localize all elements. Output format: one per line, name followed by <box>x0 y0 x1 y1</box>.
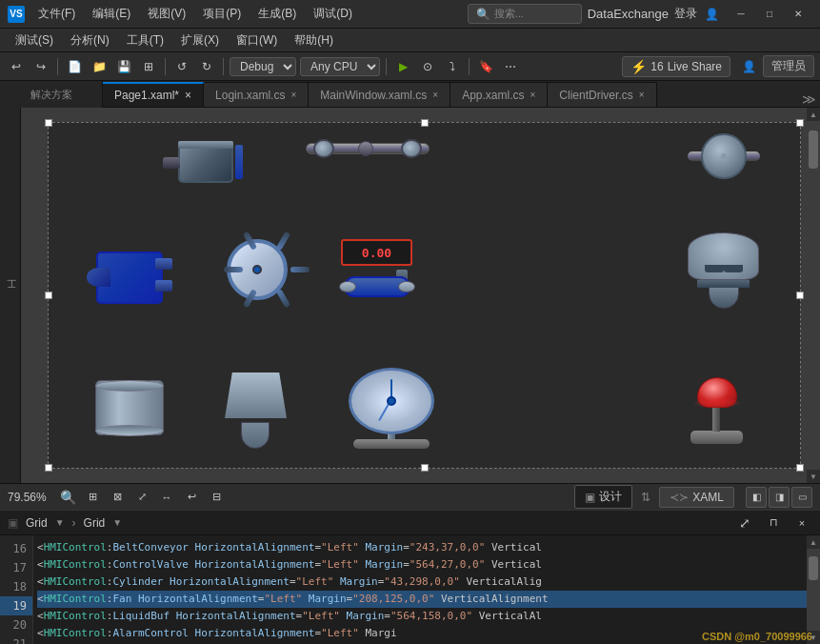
menu-project[interactable]: 项目(P) <box>195 4 249 24</box>
hmi-controlvalve[interactable] <box>306 132 430 166</box>
tabs-scroll[interactable]: ≫ <box>802 91 816 107</box>
handle-tr[interactable] <box>796 119 804 127</box>
handle-bottom[interactable] <box>421 464 429 472</box>
scrollbar-up[interactable]: ▲ <box>807 108 820 121</box>
split-toggle[interactable]: ⇅ <box>636 490 655 505</box>
fit-width-button[interactable]: ↔ <box>156 487 177 508</box>
code-panel-expand[interactable]: ⤢ <box>734 513 755 533</box>
toolbar-bookmark[interactable]: 🔖 <box>475 56 496 77</box>
zoom-100-button[interactable]: ⊟ <box>206 487 227 508</box>
search-box[interactable]: 🔍 搜索... <box>468 4 582 24</box>
code-scrollbar[interactable]: ▲ ▼ <box>807 535 820 644</box>
toolbar-breakpoint[interactable]: ⊙ <box>417 56 438 77</box>
hmi-flowmeter[interactable]: 0.00 <box>330 235 425 302</box>
toolbar-new[interactable]: 📄 <box>64 56 85 77</box>
panel-split[interactable]: ▭ <box>791 487 812 508</box>
cpu-target-dropdown[interactable]: Any CPU <box>300 57 380 76</box>
zoom-reset-button[interactable]: ↩ <box>181 487 202 508</box>
toolbar-save-all[interactable]: ⊞ <box>138 56 159 77</box>
menu-window[interactable]: 窗口(W) <box>229 30 285 50</box>
tab-clientdriver-cs[interactable]: ClientDriver.cs × <box>548 82 656 107</box>
toolbar-redo[interactable]: ↻ <box>196 56 217 77</box>
hmi-liquidbuf[interactable] <box>681 232 767 309</box>
hmi-alarmcontrol[interactable] <box>686 377 748 444</box>
minimize-button[interactable]: ─ <box>727 4 755 25</box>
handle-top[interactable] <box>421 119 429 127</box>
menu-file[interactable]: 文件(F) <box>30 4 83 24</box>
tab-app-cs[interactable]: App.xaml.cs × <box>450 82 548 107</box>
grid-view-button[interactable]: ⊞ <box>82 487 103 508</box>
toolbar-open[interactable]: 📁 <box>89 56 110 77</box>
tab-login-close[interactable]: × <box>290 90 296 100</box>
toolbar-step[interactable]: ⤵ <box>442 56 463 77</box>
menu-test[interactable]: 测试(S) <box>8 30 61 50</box>
sidebar-item-toolbox2[interactable]: 具 <box>0 293 2 297</box>
toolbar-save[interactable]: 💾 <box>113 56 134 77</box>
hmi-cone[interactable] <box>220 372 291 449</box>
hmi-rotaryvalve[interactable] <box>686 128 762 185</box>
debug-mode-dropdown[interactable]: Debug <box>230 57 296 76</box>
code-panel-close[interactable]: × <box>791 513 812 533</box>
menu-tools[interactable]: 工具(T) <box>119 30 171 50</box>
liveshare-button[interactable]: ⚡ 16 Live Share <box>622 56 730 77</box>
designer-canvas-area: 0.00 <box>21 108 820 483</box>
scrollbar-thumb[interactable] <box>809 131 818 169</box>
menu-build[interactable]: 生成(B) <box>250 4 304 24</box>
design-tab[interactable]: ▣ 设计 <box>574 485 632 509</box>
tab-mainwindow-cs[interactable]: MainWindow.xaml.cs × <box>309 82 450 107</box>
hmi-disk[interactable] <box>330 363 453 453</box>
menu-edit[interactable]: 编辑(E) <box>85 4 138 24</box>
menu-extensions[interactable]: 扩展(X) <box>173 30 227 50</box>
handle-br[interactable] <box>796 464 804 472</box>
hmi-pump[interactable] <box>87 247 172 309</box>
toolbar-back[interactable]: ↩ <box>6 56 27 77</box>
menu-view[interactable]: 视图(V) <box>140 4 193 24</box>
login-button[interactable]: 登录 <box>674 6 697 22</box>
close-button[interactable]: ✕ <box>784 4 812 25</box>
handle-tl[interactable] <box>45 119 52 127</box>
tab-login-cs[interactable]: Login.xaml.cs × <box>204 82 309 107</box>
hmi-fan[interactable] <box>225 237 290 302</box>
grid-view2-button[interactable]: ⊠ <box>107 487 128 508</box>
toolbar-profile[interactable]: 👤 <box>738 56 759 77</box>
scrollbar-track[interactable] <box>807 121 820 470</box>
toolbar-sep-2 <box>165 58 166 75</box>
code-panel-dock[interactable]: ⊓ <box>763 513 784 533</box>
code-editor: 16 17 18 19 20 21 <HMIControl:BeltConvey… <box>0 534 820 644</box>
toolbar-forward[interactable]: ↪ <box>30 56 51 77</box>
design-label: 设计 <box>599 489 622 505</box>
hmi-cylinder[interactable] <box>87 377 172 439</box>
code-scrollbar-thumb[interactable] <box>809 556 818 580</box>
hmi-beltconveyor[interactable] <box>163 137 249 190</box>
handle-bl[interactable] <box>45 464 52 472</box>
menu-analyze[interactable]: 分析(N) <box>63 30 117 50</box>
toolbar-sep-3 <box>223 58 224 75</box>
panel-right[interactable]: ◨ <box>769 487 790 508</box>
toolbar-more[interactable]: ⋯ <box>500 56 521 77</box>
maximize-button[interactable]: □ <box>755 4 784 25</box>
fit-button[interactable]: ⤢ <box>131 487 152 508</box>
menu-debug[interactable]: 调试(D) <box>306 4 360 24</box>
vertical-scrollbar[interactable]: ▲ ▼ <box>807 108 820 483</box>
handle-left[interactable] <box>45 292 52 299</box>
toolbar-start[interactable]: ▶ <box>392 56 413 77</box>
code-panel-collapse[interactable]: ▣ <box>8 516 18 530</box>
menu-help[interactable]: 帮助(H) <box>287 30 341 50</box>
code-scrollbar-track[interactable] <box>807 549 820 631</box>
toolbar-undo[interactable]: ↺ <box>171 56 192 77</box>
panel-left[interactable]: ◧ <box>746 487 767 508</box>
tab-clientdriver-close[interactable]: × <box>639 90 645 100</box>
admin-button[interactable]: 管理员 <box>763 55 814 77</box>
sidebar-item-toolbox[interactable]: 工 <box>3 293 20 297</box>
code-panel-header: ▣ Grid ▼ › Grid ▼ ⤢ ⊓ × <box>0 510 820 534</box>
zoom-in-button[interactable]: 🔍 <box>57 487 78 508</box>
scrollbar-down[interactable]: ▼ <box>807 470 820 483</box>
tab-mainwindow-close[interactable]: × <box>432 90 438 100</box>
designer-canvas[interactable]: 0.00 <box>48 122 801 469</box>
tab-app-close[interactable]: × <box>530 90 536 100</box>
xaml-tab[interactable]: ≺≻ XAML <box>659 487 734 508</box>
window-controls: ─ □ ✕ <box>727 4 812 25</box>
handle-right[interactable] <box>796 292 804 299</box>
code-scrollbar-up[interactable]: ▲ <box>807 535 820 549</box>
tab-page1-xaml[interactable]: Page1.xaml* × <box>103 82 204 107</box>
